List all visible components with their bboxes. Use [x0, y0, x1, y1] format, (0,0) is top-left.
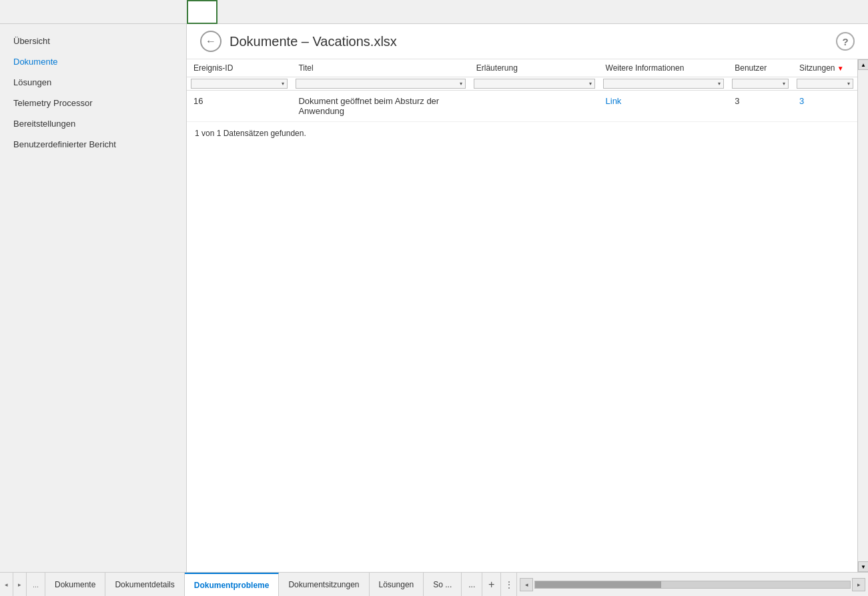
- green-highlight-cell: [187, 0, 218, 24]
- scroll-up-icon: ▲: [861, 62, 866, 68]
- scroll-down-icon: ▼: [861, 564, 866, 570]
- help-button[interactable]: ?: [836, 32, 855, 51]
- scroll-track: [858, 70, 868, 561]
- record-count: 1 von 1 Datensätzen gefunden.: [187, 122, 857, 145]
- column-header-row: Ereignis-ID Titel Erläuterung Weitere In…: [187, 59, 857, 77]
- tab-scrollbar-area: ◂ ▸: [517, 573, 868, 596]
- tab-dokumentprobleme[interactable]: Dokumentprobleme: [185, 573, 280, 596]
- filter-btn-titel[interactable]: ▾: [296, 79, 465, 89]
- sidebar-item-benutzerdefiniert[interactable]: Benutzerdefinierter Bericht: [0, 134, 186, 155]
- table-container: Ereignis-ID Titel Erläuterung Weitere In…: [187, 59, 857, 572]
- filter-ereignis-id[interactable]: ▾: [187, 77, 292, 91]
- back-button[interactable]: ←: [200, 31, 222, 52]
- scroll-up-button[interactable]: ▲: [858, 59, 868, 70]
- filter-btn-ereignis[interactable]: ▾: [191, 79, 288, 89]
- cell-titel: Dokument geöffnet beim Absturz der Anwen…: [292, 91, 469, 122]
- tab-dokumente[interactable]: Dokumente: [45, 573, 105, 596]
- filter-btn-sitzungen[interactable]: ▾: [797, 79, 853, 89]
- tab-dokumentdetails[interactable]: Dokumentdetails: [105, 573, 184, 596]
- bottom-tab-bar: ◂ ▸ ... Dokumente Dokumentdetails Dokume…: [0, 572, 868, 596]
- right-scrollbar: ▲ ▼: [857, 59, 868, 572]
- table-row: 16 Dokument geöffnet beim Absturz der An…: [187, 91, 857, 122]
- tab-scrollbar-track[interactable]: [534, 581, 851, 589]
- sort-indicator-icon: ▼: [837, 65, 844, 72]
- chevron-down-icon: ▾: [589, 81, 592, 87]
- sidebar-item-dokumente[interactable]: Dokumente: [0, 51, 186, 72]
- tab-add-button[interactable]: +: [482, 573, 501, 596]
- tab-nav-more-button[interactable]: ...: [27, 573, 45, 596]
- tab-dokumentsitzungen[interactable]: Dokumentsitzungen: [279, 573, 369, 596]
- page-title: Dokumente – Vacations.xlsx: [230, 34, 836, 49]
- weitere-informationen-link[interactable]: Link: [606, 96, 622, 106]
- filter-btn-erlaeuterung[interactable]: ▾: [474, 79, 595, 89]
- filter-sitzungen[interactable]: ▾: [793, 77, 857, 91]
- filter-row: ▾ ▾ ▾: [187, 77, 857, 91]
- col-header-sitzungen: Sitzungen ▼: [793, 59, 857, 77]
- tab-scrollbar-left-button[interactable]: ◂: [520, 578, 533, 591]
- add-tab-icon: +: [488, 579, 494, 591]
- tab-nav-next-button[interactable]: ▸: [13, 573, 27, 596]
- sitzungen-link[interactable]: 3: [799, 96, 804, 106]
- data-table: Ereignis-ID Titel Erläuterung Weitere In…: [187, 59, 857, 122]
- chevron-down-icon: ▾: [460, 81, 462, 87]
- content-header: ← Dokumente – Vacations.xlsx ?: [187, 24, 868, 59]
- filter-titel[interactable]: ▾: [292, 77, 469, 91]
- sidebar: Übersicht Dokumente Lösungen Telemetry P…: [0, 24, 187, 572]
- sidebar-item-loesungen[interactable]: Lösungen: [0, 72, 186, 93]
- filter-btn-weitere[interactable]: ▾: [603, 79, 725, 89]
- chevron-down-icon: ▾: [282, 81, 284, 87]
- sidebar-item-bereitstellungen[interactable]: Bereitstellungen: [0, 113, 186, 134]
- cell-erlaeuterung: [470, 91, 599, 122]
- tab-overflow-button[interactable]: ...: [462, 573, 482, 596]
- sidebar-item-uebersicht[interactable]: Übersicht: [0, 31, 186, 51]
- col-header-ereignis-id: Ereignis-ID: [187, 59, 292, 77]
- chevron-down-icon: ▾: [847, 81, 850, 87]
- filter-erlaeuterung[interactable]: ▾: [470, 77, 599, 91]
- col-header-erlaeuterung: Erläuterung: [470, 59, 599, 77]
- tab-menu-icon: ⋮: [505, 580, 513, 589]
- cell-benutzer: 3: [728, 91, 793, 122]
- filter-btn-benutzer[interactable]: ▾: [732, 79, 789, 89]
- content-area: ← Dokumente – Vacations.xlsx ?: [187, 24, 868, 572]
- tab-nav-prev-button[interactable]: ◂: [0, 573, 13, 596]
- tab-so-more[interactable]: So ...: [424, 573, 462, 596]
- sidebar-item-telemetry[interactable]: Telemetry Processor: [0, 93, 186, 113]
- tab-scrollbar-right-button[interactable]: ▸: [852, 578, 865, 591]
- cell-sitzungen[interactable]: 3: [793, 91, 857, 122]
- tab-overflow-icon: ...: [468, 580, 475, 589]
- help-icon: ?: [842, 36, 848, 47]
- col-header-titel: Titel: [292, 59, 469, 77]
- tab-menu-button[interactable]: ⋮: [501, 573, 517, 596]
- filter-benutzer[interactable]: ▾: [728, 77, 793, 91]
- cell-weitere-informationen[interactable]: Link: [599, 91, 729, 122]
- back-arrow-icon: ←: [205, 35, 216, 47]
- scroll-down-button[interactable]: ▼: [858, 561, 868, 572]
- col-header-benutzer: Benutzer: [728, 59, 793, 77]
- chevron-down-icon: ▾: [718, 81, 721, 87]
- tab-scrollbar-thumb: [535, 581, 661, 588]
- chevron-down-icon: ▾: [783, 81, 785, 87]
- filter-weitere[interactable]: ▾: [599, 77, 729, 91]
- cell-ereignis-id: 16: [187, 91, 292, 122]
- tab-loesungen[interactable]: Lösungen: [370, 573, 424, 596]
- col-header-weitere-informationen: Weitere Informationen: [599, 59, 729, 77]
